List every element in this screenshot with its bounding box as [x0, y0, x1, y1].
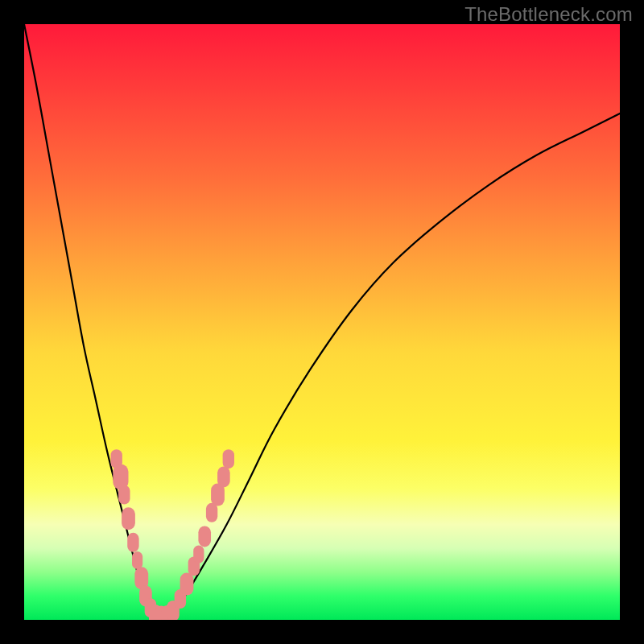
curve-marker — [180, 573, 194, 596]
curve-marker — [127, 533, 138, 552]
curve-marker — [118, 485, 130, 505]
curve-marker — [223, 449, 234, 469]
watermark-text: TheBottleneck.com — [464, 3, 633, 26]
curve-marker — [193, 546, 204, 564]
curve-markers — [111, 449, 235, 620]
curve-marker — [206, 503, 217, 522]
curve-marker — [217, 466, 230, 487]
bottleneck-curve-svg — [24, 24, 620, 620]
chart-plot-area — [24, 24, 620, 620]
curve-marker — [198, 526, 211, 547]
curve-marker — [122, 507, 135, 530]
bottleneck-curve-path — [24, 24, 620, 620]
curve-marker — [132, 551, 142, 569]
